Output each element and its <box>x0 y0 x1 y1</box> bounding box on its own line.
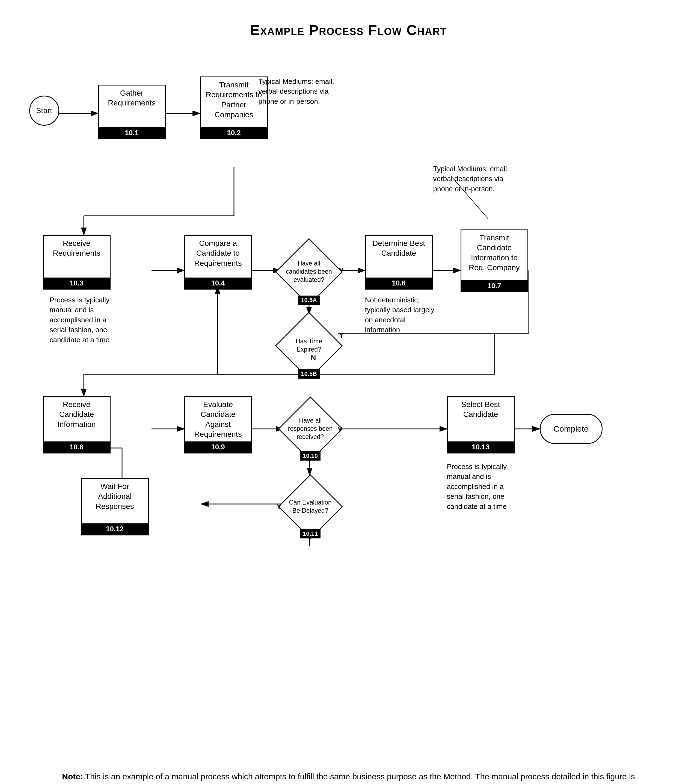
flowchart: Start GatherRequirements 10.1 TransmitRe… <box>21 49 676 759</box>
node-10-8: Receive CandidateInformation 10.8 <box>43 396 110 453</box>
node-10-7-label: TransmitCandidateInformation toReq. Comp… <box>465 230 523 274</box>
complete-label: Complete <box>553 424 589 433</box>
node-10-12: Wait For AdditionalResponses 10.12 <box>81 478 149 535</box>
node-10-12-label: Wait For AdditionalResponses <box>82 479 148 513</box>
node-10-3-id: 10.3 <box>44 278 110 289</box>
node-10-4: Compare aCandidate toRequirements 10.4 <box>184 235 252 290</box>
label-10-5b-n: N <box>311 354 316 362</box>
note-bold: Note: <box>62 772 83 781</box>
node-10-2-id: 10.2 <box>201 127 267 138</box>
annotation-2: Typical Mediums: email,verbal descriptio… <box>433 164 521 194</box>
node-10-5a: Have allcandidates beenevaluated? 10.5A <box>275 238 343 306</box>
label-10-10-y: Y <box>338 426 342 434</box>
node-10-13-id: 10.13 <box>448 441 514 453</box>
node-10-6-id: 10.6 <box>366 278 432 289</box>
node-10-3: ReceiveRequirements 10.3 <box>43 235 110 290</box>
node-10-13: Select BestCandidate 10.13 <box>447 396 515 453</box>
node-10-10: Have allresponses beenreceived? 10.10 <box>278 396 343 462</box>
node-10-4-label: Compare aCandidate toRequirements <box>191 236 245 270</box>
node-10-1: GatherRequirements 10.1 <box>98 85 166 139</box>
node-10-8-label: Receive CandidateInformation <box>44 397 110 431</box>
page: Example Process Flow Chart <box>0 0 697 784</box>
node-10-1-id: 10.1 <box>99 127 165 138</box>
annotation-1: Typical Mediums: email,verbal descriptio… <box>258 76 346 106</box>
node-10-9: EvaluateCandidate AgainstRequirements 10… <box>184 396 252 453</box>
node-10-2: TransmitRequirements toPartnerCompanies … <box>200 76 268 139</box>
node-10-5b: Has TimeExpired? 10.5B <box>275 311 343 380</box>
node-10-6: Determine BestCandidate 10.6 <box>365 235 433 290</box>
page-title: Example Process Flow Chart <box>0 0 697 49</box>
node-10-1-label: GatherRequirements <box>105 86 159 110</box>
note-text: This is an example of a manual process w… <box>83 772 635 784</box>
start-label: Start <box>36 106 52 115</box>
bottom-note: Note: This is an example of a manual pro… <box>0 759 697 784</box>
label-10-5a-y: Y <box>339 266 344 275</box>
node-10-11: Can EvaluationBe Delayed? 10.11 <box>278 474 343 540</box>
arrows-svg <box>21 49 676 759</box>
label-10-5b-y: Y <box>339 331 344 339</box>
node-10-2-label: TransmitRequirements toPartnerCompanies <box>202 77 265 121</box>
node-10-7: TransmitCandidateInformation toReq. Comp… <box>460 229 528 292</box>
annotation-4: Not deterministic;typically based largel… <box>365 295 450 335</box>
node-10-9-id: 10.9 <box>185 441 251 453</box>
node-10-8-id: 10.8 <box>44 441 110 453</box>
node-10-9-label: EvaluateCandidate AgainstRequirements <box>185 397 251 441</box>
annotation-3: Process is typicallymanual and isaccompl… <box>50 295 129 345</box>
node-10-13-label: Select BestCandidate <box>458 397 503 421</box>
complete-node: Complete <box>540 414 603 444</box>
node-10-3-label: ReceiveRequirements <box>49 236 104 260</box>
node-10-6-label: Determine BestCandidate <box>369 236 428 260</box>
label-10-11-y: Y <box>277 502 281 511</box>
start-node: Start <box>29 96 59 126</box>
annotation-5: Process is typicallymanual and isaccompl… <box>447 462 534 511</box>
node-10-12-id: 10.12 <box>82 524 148 535</box>
node-10-4-id: 10.4 <box>185 278 251 289</box>
node-10-7-id: 10.7 <box>461 280 528 292</box>
